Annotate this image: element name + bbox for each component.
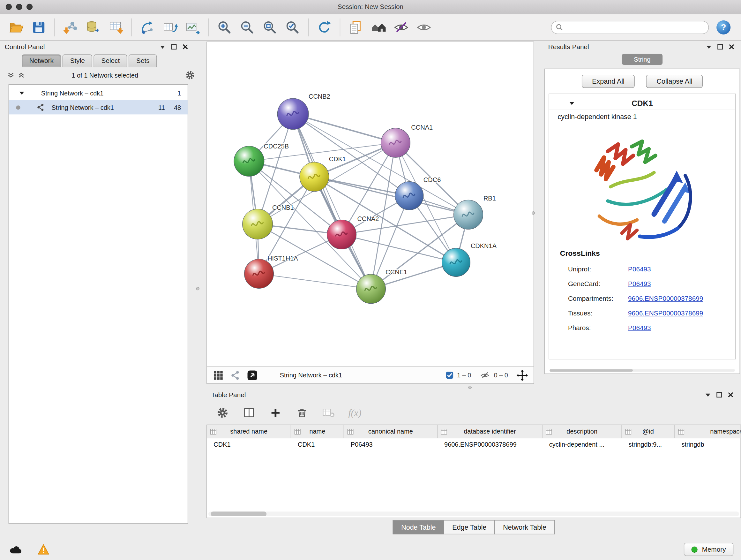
network-graph: CCNB2CCNA1CDC25BCDK1CDC6RB1CCNB1CCNA2CDK… <box>207 42 534 367</box>
selected-checkbox[interactable] <box>446 372 453 379</box>
network-node-label-HIST1H1A: HIST1H1A <box>267 255 298 262</box>
results-scrollbar[interactable] <box>549 369 735 372</box>
table-horizontal-scrollbar[interactable] <box>208 511 739 516</box>
zoom-in-button[interactable] <box>213 16 236 38</box>
import-network-database-button[interactable] <box>82 16 105 38</box>
vertical-splitter-handle[interactable] <box>196 287 199 290</box>
crosslink-uniprot-link[interactable]: P06493 <box>628 265 651 273</box>
column-header-namespace[interactable]: namespace <box>675 425 741 438</box>
memory-status-dot <box>691 546 697 552</box>
application-window: Session: New Session <box>0 0 741 560</box>
warnings-button[interactable] <box>35 543 52 556</box>
crosslink-label: Uniprot: <box>568 265 628 273</box>
column-header-database-identifier[interactable]: database identifier <box>437 425 542 438</box>
close-panel-icon[interactable] <box>183 44 188 50</box>
zoom-out-button[interactable] <box>236 16 259 38</box>
network-node-label-CCNA1: CCNA1 <box>411 124 433 131</box>
memory-button[interactable]: Memory <box>684 543 733 556</box>
network-edge-CCNB2-CCNA1[interactable] <box>293 114 395 143</box>
help-button[interactable]: ? <box>716 19 731 35</box>
home-button[interactable] <box>367 16 390 38</box>
copy-document-button[interactable] <box>345 16 367 38</box>
column-header-name[interactable]: name <box>291 425 344 438</box>
edge-count: 48 <box>165 104 181 111</box>
crosslink-pharos-link[interactable]: P06493 <box>628 324 651 331</box>
network-edge-CCNE1-HIST1H1A[interactable] <box>259 273 371 289</box>
cell-name: CDK1 <box>291 441 344 448</box>
tab-style[interactable]: Style <box>63 54 92 67</box>
toolbar-separator <box>54 18 55 36</box>
crosslink-compartments-link[interactable]: 9606.ENSP00000378699 <box>628 294 703 302</box>
current-network-name: String Network – cdk1 <box>280 372 342 379</box>
apply-layout-button[interactable] <box>313 16 335 38</box>
new-table-button[interactable] <box>159 16 182 38</box>
tab-node-table[interactable]: Node Table <box>393 520 445 534</box>
gear-icon[interactable] <box>185 71 195 80</box>
zoom-fit-button[interactable] <box>259 16 281 38</box>
save-session-button[interactable] <box>27 16 50 38</box>
network-row-selected[interactable]: String Network – cdk1 11 48 <box>9 100 188 114</box>
collapse-all-icon[interactable] <box>8 72 14 78</box>
network-canvas[interactable]: CCNB2CCNA1CDC25BCDK1CDC6RB1CCNB1CCNA2CDK… <box>207 42 534 367</box>
close-panel-icon[interactable] <box>728 392 734 398</box>
crosslink-genecard-link[interactable]: P06493 <box>628 280 651 287</box>
delete-column-button[interactable] <box>295 406 309 419</box>
node-count: 11 <box>158 104 165 111</box>
float-panel-icon[interactable] <box>705 393 711 397</box>
show-all-button[interactable] <box>413 16 435 38</box>
network-edge-CDK1-RB1[interactable] <box>314 177 468 214</box>
import-network-file-button[interactable] <box>59 16 82 38</box>
cloud-status-button[interactable] <box>8 543 24 556</box>
zoom-selected-button[interactable] <box>281 16 304 38</box>
network-view-toolbar: String Network – cdk1 1 – 0 0 – 0 <box>207 367 534 383</box>
create-column-button[interactable] <box>269 406 282 419</box>
zoom-in-icon <box>217 19 232 35</box>
close-panel-icon[interactable] <box>729 44 734 50</box>
table-row[interactable]: CDK1 CDK1 P06493 9606.ENSP00000378699 cy… <box>207 438 741 451</box>
search-input[interactable] <box>551 20 709 34</box>
collapse-arrow-icon[interactable] <box>19 91 24 95</box>
crosslinks-title: CrossLinks <box>560 249 735 258</box>
entry-collapse-icon[interactable] <box>569 101 575 105</box>
open-session-button[interactable] <box>5 16 27 38</box>
maximize-panel-icon[interactable] <box>718 44 723 50</box>
column-header-canonical-name[interactable]: canonical name <box>344 425 437 438</box>
column-header-id[interactable]: @id <box>622 425 675 438</box>
float-panel-icon[interactable] <box>706 45 712 49</box>
tab-network[interactable]: Network <box>22 54 61 67</box>
crosslink-tissues-link[interactable]: 9606.ENSP00000378699 <box>628 309 703 317</box>
birdseye-toggle-button[interactable] <box>247 369 258 381</box>
import-table-file-button[interactable] <box>105 16 127 38</box>
grid-icon <box>213 370 224 381</box>
new-network-from-selection-button[interactable] <box>136 16 158 38</box>
maximize-panel-icon[interactable] <box>171 44 177 50</box>
float-panel-icon[interactable] <box>160 45 165 49</box>
network-edge-CCNB2-CCNE1[interactable] <box>293 114 371 289</box>
maximize-panel-icon[interactable] <box>717 392 722 398</box>
vertical-splitter-handle[interactable] <box>532 211 535 214</box>
horizontal-splitter-handle[interactable] <box>468 386 472 389</box>
tab-network-table[interactable]: Network Table <box>495 520 555 534</box>
network-node-label-CCNA2: CCNA2 <box>357 215 379 222</box>
network-style-button[interactable] <box>230 369 241 381</box>
results-panel: Results Panel String Expand All Collapse… <box>543 41 741 384</box>
tab-sets[interactable]: Sets <box>129 54 157 67</box>
expand-all-button[interactable]: Expand All <box>582 75 635 88</box>
tab-string[interactable]: String <box>622 54 663 65</box>
column-header-description[interactable]: description <box>542 425 622 438</box>
collapse-all-button[interactable]: Collapse All <box>646 75 703 88</box>
export-image-button[interactable] <box>182 16 204 38</box>
grid-view-button[interactable] <box>212 369 224 381</box>
network-row-label: String Network – cdk1 <box>51 104 114 111</box>
network-collection-row[interactable]: String Network – cdk1 1 <box>9 86 188 100</box>
crosslink-row: Compartments: 9606.ENSP00000378699 <box>560 291 735 306</box>
tab-select[interactable]: Select <box>94 54 127 67</box>
toolbar-separator <box>308 18 309 36</box>
tab-edge-table[interactable]: Edge Table <box>444 520 495 534</box>
table-settings-button[interactable] <box>216 406 229 419</box>
pan-crosshair-icon[interactable] <box>517 369 528 381</box>
expand-all-icon[interactable] <box>18 72 24 78</box>
column-header-shared-name[interactable]: shared name <box>207 425 291 438</box>
show-columns-button[interactable] <box>243 406 256 419</box>
hide-selected-button[interactable] <box>390 16 413 38</box>
